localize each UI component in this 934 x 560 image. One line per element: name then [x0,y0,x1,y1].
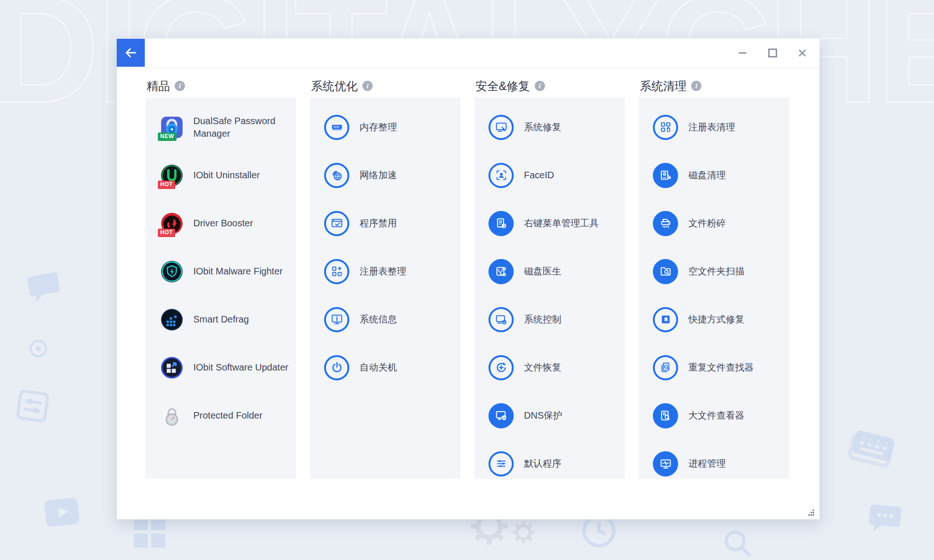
tool-item[interactable]: 默认程序 [474,440,625,488]
maximize-button[interactable] [765,46,779,60]
tool-item[interactable]: 程序禁用 [310,199,460,247]
tool-item-label: 注册表整理 [360,265,406,278]
tool-item[interactable]: 文件粉碎 [639,199,789,247]
tool-item-label: 磁盘清理 [688,169,726,182]
tool-item-label: 系统修复 [524,121,561,133]
back-button[interactable] [117,39,145,67]
new-badge: NEW [158,133,177,140]
tool-item[interactable]: NEW DualSafe Password Manager [146,103,296,151]
restore-icon [488,355,514,380]
column-panel: NEW DualSafe Password Manager HOT IObit … [146,98,296,479]
column-title: 系统清理 [640,78,686,94]
monitor-pulse-icon [653,451,678,476]
tool-item[interactable]: 网络加速 [310,151,460,199]
close-button[interactable]: ✕ [795,46,809,60]
tool-item[interactable]: HOT IObit Uninstaller [146,151,296,199]
hot-badge: HOT [158,229,175,237]
column-title: 精品 [147,78,170,94]
tool-item-label: 文件粉碎 [688,217,726,230]
tool-item-label: IObit Malware Fighter [193,265,283,278]
titlebar: ✕ [117,38,820,68]
tool-item-label: DualSafe Password Manager [193,115,290,140]
column-3: 安全&修复 i 系统修复 FaceID 右键菜单管理工具 磁盘医生 系统控制 文… [474,74,625,479]
tool-item[interactable]: 进程管理 [639,440,789,488]
tool-item[interactable]: 重复文件查找器 [639,343,789,392]
column-2: 系统优化 i 内存整理 网络加速 程序禁用 注册表整理 系统信息 自动关机 [310,74,460,479]
tool-item[interactable]: HOT Driver Booster [146,199,296,247]
tool-item[interactable]: 系统信息 [310,295,460,343]
window-check-icon [324,211,349,236]
tool-item[interactable]: 磁盘医生 [474,247,625,295]
tool-item[interactable]: 自动关机 [310,343,460,392]
shortcut-fix-icon [653,307,678,332]
tool-item[interactable]: FaceID [474,151,625,199]
column-header: 系统清理 i [639,74,789,98]
malware-fighter-icon [160,259,184,284]
tool-item[interactable]: Protected Folder [146,392,296,440]
decor-magnifier-icon [722,527,754,560]
tool-item-label: 自动关机 [360,361,397,374]
tool-item-label: 文件恢复 [524,361,561,374]
tool-item-label: 网络加速 [360,169,397,182]
tool-item-label: 大文件查看器 [688,409,744,422]
tool-item[interactable]: 注册表整理 [310,247,460,295]
tool-item-label: DNS保护 [524,409,562,422]
tool-item[interactable]: DNS保护 [474,392,625,440]
info-icon[interactable]: i [362,81,373,91]
folder-search-icon [653,259,678,284]
decor-dot-circle-icon [28,338,49,359]
tool-item[interactable]: 空文件夹扫描 [639,247,789,295]
column-title: 安全&修复 [475,78,530,94]
column-panel: 注册表清理 磁盘清理 文件粉碎 空文件夹扫描 快捷方式修复 重复文件查找器 大文… [639,98,789,479]
info-icon[interactable]: i [175,81,185,91]
tool-item-label: 右键菜单管理工具 [524,217,599,230]
network-boost-icon [324,163,349,188]
monitor-shield-icon [488,403,514,428]
tool-item[interactable]: 注册表清理 [639,103,789,151]
tool-item-label: 磁盘医生 [524,265,561,278]
minimize-button[interactable] [736,46,750,60]
app-window: ✕ 精品 i NEW DualSafe Password Manager HOT… [117,38,820,519]
column-header: 安全&修复 i [474,74,625,98]
info-icon[interactable]: i [535,81,545,91]
decor-gear-small-icon [509,518,538,547]
tool-item-label: IObit Uninstaller [193,169,260,182]
tool-item[interactable]: 大文件查看器 [639,392,789,440]
monitor-info-icon [324,307,349,332]
tool-item[interactable]: IObit Malware Fighter [146,247,296,295]
tool-item[interactable]: Smart Defrag [146,295,296,343]
smart-defrag-icon [160,308,184,332]
registry-icon [324,259,349,284]
tool-item-label: 快捷方式修复 [688,313,744,326]
tool-item-label: 进程管理 [688,457,726,470]
tool-item-label: Protected Folder [193,409,262,422]
tool-item[interactable]: 内存整理 [310,103,460,151]
tool-item[interactable]: 磁盘清理 [639,151,789,199]
tool-item[interactable]: 文件恢复 [474,343,625,392]
decor-media-player-icon [40,490,84,534]
tool-item[interactable]: 右键菜单管理工具 [474,199,625,247]
window-content: 精品 i NEW DualSafe Password Manager HOT I… [117,68,820,519]
tool-item[interactable]: 快捷方式修复 [639,295,789,343]
resize-grip[interactable] [807,510,815,516]
list-gear-icon [488,211,514,236]
tool-item-label: 空文件夹扫描 [688,265,744,278]
column-1: 精品 i NEW DualSafe Password Manager HOT I… [146,74,296,479]
sliders-icon [488,451,514,476]
info-icon[interactable]: i [691,81,701,91]
tool-item-label: 系统信息 [360,313,397,326]
decor-speech-bubble2-icon [864,497,906,539]
shredder-icon [653,211,678,236]
column-header: 系统优化 i [310,74,460,98]
face-id-icon [488,163,514,188]
column-panel: 系统修复 FaceID 右键菜单管理工具 磁盘医生 系统控制 文件恢复 DNS保… [474,98,625,479]
tool-item-label: 重复文件查找器 [688,361,754,374]
tool-item[interactable]: 系统修复 [474,103,625,151]
tool-item-label: 程序禁用 [360,217,397,230]
dualsafe-icon: NEW [160,115,184,140]
tool-item[interactable]: 系统控制 [474,295,625,343]
left-arrow-icon [124,46,138,60]
disk-broom-icon [653,163,678,188]
tool-item-label: Smart Defrag [193,313,249,326]
tool-item[interactable]: IObit Software Updater [146,343,296,392]
